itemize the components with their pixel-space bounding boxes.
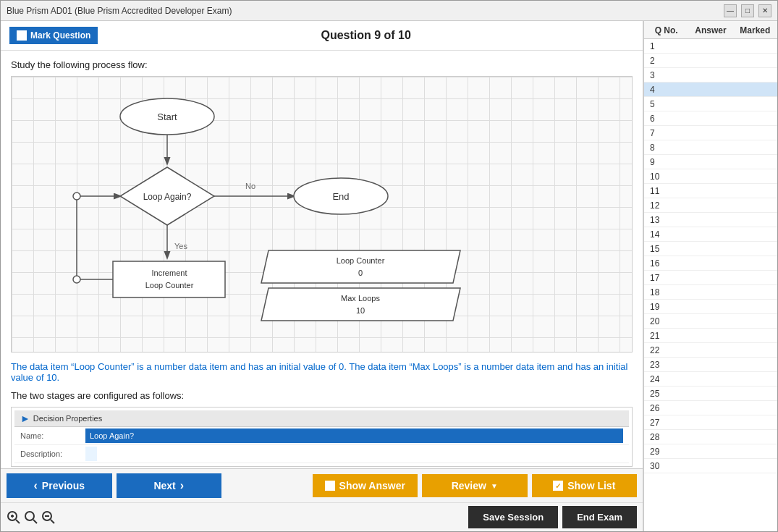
table-row[interactable]: 10 [644, 169, 777, 184]
q-number: 16 [644, 258, 673, 269]
table-row[interactable]: 27 [644, 415, 777, 430]
zoom-reset-button[interactable] [24, 510, 38, 525]
svg-line-30 [33, 520, 37, 523]
maximize-button[interactable]: □ [741, 4, 754, 17]
zoom-group [7, 510, 56, 525]
table-row[interactable]: 13 [644, 213, 777, 227]
zoom-in-button[interactable] [7, 510, 21, 525]
end-exam-label: End Exam [577, 512, 622, 523]
review-dropdown-icon: ▼ [491, 482, 498, 490]
close-button[interactable]: ✕ [758, 4, 771, 17]
zoom-in-icon [7, 510, 21, 525]
table-row[interactable]: 18 [644, 285, 777, 300]
toolbar-row2: Save Session End Exam [1, 503, 643, 531]
svg-point-29 [25, 512, 34, 520]
q-number: 29 [644, 447, 673, 457]
svg-text:Loop Again?: Loop Again? [143, 192, 192, 202]
col-answer: Answer [688, 25, 732, 35]
table-row[interactable]: 7 [644, 126, 777, 140]
table-row[interactable]: 25 [644, 387, 777, 401]
q-number: 19 [644, 302, 673, 312]
svg-text:Increment: Increment [152, 269, 187, 277]
table-row[interactable]: 16 [644, 256, 777, 271]
q-number: 18 [644, 287, 673, 297]
window-controls: — □ ✕ [724, 4, 771, 17]
q-number: 4 [644, 85, 673, 95]
properties-header-label: Decision Properties [33, 414, 102, 423]
question-body2: The two stages are configured as follows… [11, 390, 633, 401]
save-session-button[interactable]: Save Session [468, 506, 558, 528]
table-row[interactable]: 9 [644, 155, 777, 169]
svg-text:Loop Counter: Loop Counter [337, 256, 385, 265]
zoom-out-button[interactable] [41, 510, 56, 525]
table-row[interactable]: 12 [644, 198, 777, 213]
svg-point-24 [73, 193, 80, 200]
flowchart-svg: Start Loop Again? No [12, 77, 482, 352]
properties-area: ► Decision Properties Name: Loop Again? … [11, 407, 633, 467]
question-content[interactable]: Study the following process flow: Start [1, 51, 643, 468]
question-title: Question 9 of 10 [98, 29, 634, 42]
table-row[interactable]: 5 [644, 97, 777, 111]
previous-button[interactable]: ‹ Previous [7, 473, 112, 498]
svg-line-28 [16, 520, 20, 523]
right-panel: Q No. Answer Marked 12345678910111213141… [643, 21, 777, 531]
table-row[interactable]: 4 [644, 83, 777, 97]
table-row[interactable]: 17 [644, 271, 777, 285]
table-row[interactable]: 1 [644, 39, 777, 54]
minimize-button[interactable]: — [724, 4, 737, 17]
table-row[interactable]: 26 [644, 401, 777, 415]
table-row[interactable]: 14 [644, 227, 777, 242]
mark-question-label: Mark Question [30, 30, 90, 41]
table-row[interactable]: 2 [644, 54, 777, 68]
properties-header: ► Decision Properties [14, 410, 629, 427]
q-number: 12 [644, 200, 673, 211]
main-window: Blue Prism AD01 (Blue Prism Accredited D… [0, 0, 778, 532]
zoom-out-icon [41, 510, 56, 525]
table-row[interactable]: 30 [644, 459, 777, 473]
table-row[interactable]: 29 [644, 444, 777, 459]
col-marked: Marked [733, 25, 777, 35]
q-number: 30 [644, 461, 673, 471]
review-button[interactable]: Review ▼ [422, 474, 528, 497]
table-row[interactable]: 19 [644, 300, 777, 314]
col-q-no: Q No. [644, 25, 688, 35]
table-row[interactable]: 24 [644, 372, 777, 387]
svg-text:End: End [332, 191, 349, 202]
svg-text:Loop Counter: Loop Counter [145, 281, 194, 290]
next-button[interactable]: Next › [117, 473, 222, 498]
table-row[interactable]: 28 [644, 430, 777, 444]
end-exam-button[interactable]: End Exam [562, 506, 637, 528]
q-number: 10 [644, 172, 673, 182]
svg-text:No: No [245, 182, 255, 190]
table-row[interactable]: 11 [644, 184, 777, 198]
table-row[interactable]: 8 [644, 140, 777, 155]
table-row[interactable]: 21 [644, 329, 777, 343]
zoom-reset-icon [24, 510, 38, 525]
table-row[interactable]: 20 [644, 314, 777, 329]
q-number: 23 [644, 360, 673, 370]
table-row[interactable]: 22 [644, 343, 777, 358]
desc-value[interactable] [85, 447, 97, 461]
right-panel-list[interactable]: 1234567891011121314151617181920212223242… [644, 39, 777, 531]
name-label: Name: [20, 431, 85, 440]
prev-arrow-icon: ‹ [34, 479, 38, 492]
show-list-button[interactable]: ✓ Show List [532, 474, 638, 497]
svg-rect-11 [113, 261, 225, 297]
mark-question-button[interactable]: ■ Mark Question [9, 27, 98, 44]
flowchart-container: Start Loop Again? No [11, 76, 633, 352]
show-answer-button[interactable]: Show Answer [313, 474, 418, 497]
titlebar: Blue Prism AD01 (Blue Prism Accredited D… [1, 1, 777, 21]
show-answer-label: Show Answer [339, 480, 405, 491]
review-label: Review [452, 480, 486, 491]
name-value[interactable]: Loop Again? [85, 428, 623, 443]
svg-text:10: 10 [356, 306, 365, 315]
table-row[interactable]: 23 [644, 358, 777, 372]
q-number: 13 [644, 215, 673, 225]
desc-row: Description: [14, 445, 629, 463]
table-row[interactable]: 15 [644, 242, 777, 256]
svg-text:Max Loops: Max Loops [341, 294, 380, 303]
svg-text:0: 0 [358, 269, 363, 277]
table-row[interactable]: 3 [644, 68, 777, 83]
table-row[interactable]: 6 [644, 111, 777, 126]
q-number: 20 [644, 316, 673, 326]
